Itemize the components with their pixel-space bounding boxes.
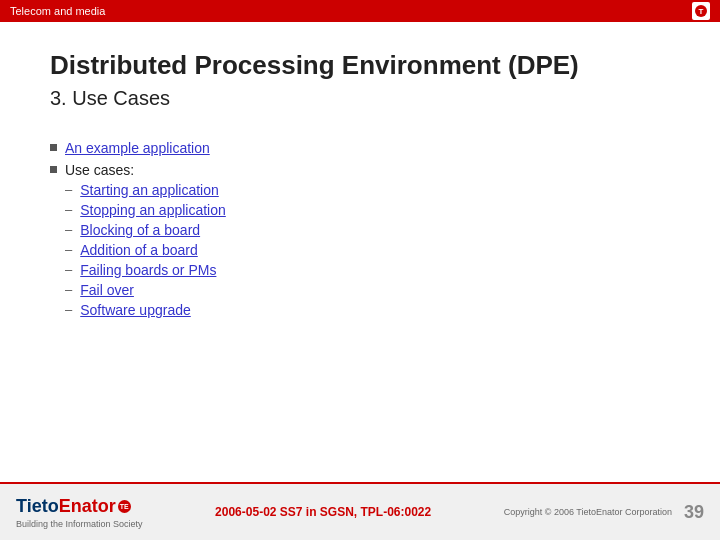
bullet-list: An example application Use cases: – Star… bbox=[50, 140, 670, 322]
link-blocking-board[interactable]: Blocking of a board bbox=[80, 222, 200, 238]
footer-date: 2006-05-02 bbox=[215, 505, 276, 519]
top-bar-title: Telecom and media bbox=[10, 5, 105, 17]
link-software-upgrade[interactable]: Software upgrade bbox=[80, 302, 191, 318]
link-starting-application[interactable]: Starting an application bbox=[80, 182, 219, 198]
bullet-icon bbox=[50, 166, 57, 173]
list-item: – Failing boards or PMs bbox=[65, 262, 226, 278]
page-number: 39 bbox=[684, 502, 704, 523]
top-bar-logo: T bbox=[692, 2, 710, 20]
list-item: – Starting an application bbox=[65, 182, 226, 198]
slide-title: Distributed Processing Environment (DPE) bbox=[50, 50, 670, 81]
copyright-text: Copyright © 2006 TietoEnator Corporation bbox=[504, 507, 672, 517]
dash-icon: – bbox=[65, 302, 72, 317]
link-fail-over[interactable]: Fail over bbox=[80, 282, 134, 298]
footer-course: SS7 in SGSN, TPL-06:0022 bbox=[280, 505, 431, 519]
slide-subtitle: 3. Use Cases bbox=[50, 87, 670, 110]
dash-icon: – bbox=[65, 262, 72, 277]
bullet-icon bbox=[50, 144, 57, 151]
dash-icon: – bbox=[65, 202, 72, 217]
top-bar: Telecom and media T bbox=[0, 0, 720, 22]
footer-logo: Tieto Enator TE Building the Information… bbox=[16, 496, 143, 529]
top-bar-logo-inner: T bbox=[695, 5, 707, 17]
list-item: – Addition of a board bbox=[65, 242, 226, 258]
top-bar-logo-letter: T bbox=[699, 7, 704, 16]
list-item: – Blocking of a board bbox=[65, 222, 226, 238]
logo-tagline: Building the Information Society bbox=[16, 519, 143, 529]
logo-superscript-letter: TE bbox=[120, 503, 129, 510]
footer-course-info: 2006-05-02 SS7 in SGSN, TPL-06:0022 bbox=[215, 505, 431, 519]
list-item-use-cases: Use cases: – Starting an application – S… bbox=[50, 162, 670, 322]
link-stopping-application[interactable]: Stopping an application bbox=[80, 202, 226, 218]
dash-icon: – bbox=[65, 242, 72, 257]
logo-tieto: Tieto bbox=[16, 496, 59, 517]
list-item: – Fail over bbox=[65, 282, 226, 298]
slide-content: Distributed Processing Environment (DPE)… bbox=[0, 22, 720, 348]
logo-enator: Enator bbox=[59, 496, 116, 517]
dash-icon: – bbox=[65, 222, 72, 237]
sub-list: – Starting an application – Stopping an … bbox=[65, 182, 226, 318]
logo-text: Tieto Enator TE bbox=[16, 496, 131, 517]
link-addition-board[interactable]: Addition of a board bbox=[80, 242, 198, 258]
use-cases-block: Use cases: – Starting an application – S… bbox=[65, 162, 226, 322]
dash-icon: – bbox=[65, 282, 72, 297]
link-failing-boards[interactable]: Failing boards or PMs bbox=[80, 262, 216, 278]
use-cases-label: Use cases: bbox=[65, 162, 134, 178]
list-item: – Stopping an application bbox=[65, 202, 226, 218]
logo-superscript: TE bbox=[118, 500, 131, 513]
list-item: An example application bbox=[50, 140, 670, 156]
footer: Tieto Enator TE Building the Information… bbox=[0, 482, 720, 540]
dash-icon: – bbox=[65, 182, 72, 197]
footer-right: Copyright © 2006 TietoEnator Corporation… bbox=[504, 502, 704, 523]
link-example-application[interactable]: An example application bbox=[65, 140, 210, 156]
list-item: – Software upgrade bbox=[65, 302, 226, 318]
